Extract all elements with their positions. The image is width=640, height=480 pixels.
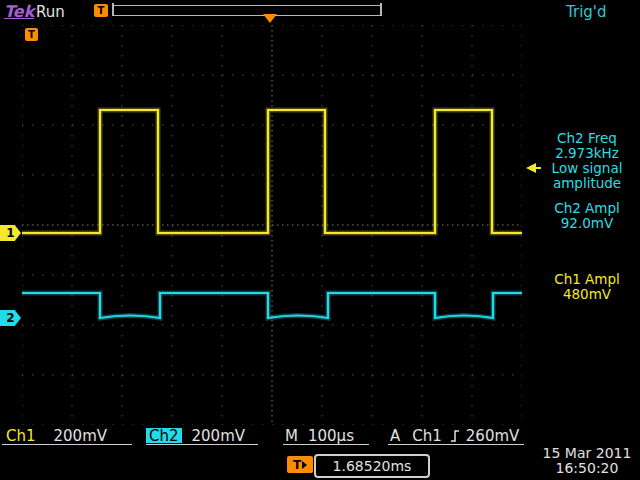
- acquisition-status: Run: [36, 3, 65, 21]
- delay-time-readout: 1.68520ms: [314, 454, 430, 478]
- timebase-value: 100µs: [308, 427, 354, 445]
- record-view-bar: [112, 5, 382, 16]
- ch2-freq-value: 2.973kHz: [534, 146, 640, 161]
- ch1-ampl-value: 480mV: [534, 287, 640, 302]
- ch2-ampl-label: Ch2 Ampl: [534, 201, 640, 216]
- date-value: 15 Mar 2011: [534, 446, 640, 461]
- ch1-readout-label: Ch1: [6, 427, 36, 445]
- time-value: 16:50:20: [534, 461, 640, 476]
- ch2-freq-label: Ch2 Freq: [534, 131, 640, 146]
- low-signal-warning-line1: Low signal: [534, 161, 640, 176]
- tek-logo: Tek: [4, 2, 34, 21]
- graticule-grid: [22, 25, 522, 425]
- trigger-t-marker: T: [25, 28, 38, 41]
- ch1-readout: Ch1 200mV: [2, 427, 132, 445]
- trigger-readout: A Ch1 260mV: [388, 427, 524, 445]
- trigger-mode-label: A: [390, 427, 400, 445]
- ch1-scale: 200mV: [54, 427, 108, 445]
- trigger-source: Ch1: [412, 427, 442, 445]
- record-bar-left-tick: [112, 3, 114, 16]
- ch1-ground-marker: 1: [0, 225, 21, 241]
- low-signal-warning-line2: amplitude: [534, 176, 640, 191]
- trigger-position-icon: [263, 14, 277, 23]
- ch2-readout: Ch2 200mV: [146, 427, 258, 445]
- ch2-readout-label: Ch2: [146, 428, 182, 443]
- delay-t-icon: T: [287, 456, 313, 473]
- trigger-t-icon: T: [94, 4, 108, 17]
- datetime-readout: 15 Mar 2011 16:50:20: [534, 446, 640, 476]
- ch2-ampl-value: 92.0mV: [534, 216, 640, 231]
- trigger-level-value: 260mV: [466, 427, 520, 445]
- measurement-ch1-ampl: Ch1 Ampl 480mV: [534, 272, 640, 302]
- measurement-ch2-ampl: Ch2 Ampl 92.0mV: [534, 201, 640, 231]
- trigger-status: Trig'd: [566, 3, 606, 21]
- delay-arrow-icon: [302, 461, 307, 469]
- timebase-readout: M 100µs: [283, 427, 369, 445]
- record-bar-right-tick: [380, 3, 382, 16]
- waveform-display: [22, 25, 522, 425]
- timebase-label: M: [285, 427, 298, 445]
- delay-t-label: T: [293, 458, 301, 472]
- ch2-scale: 200mV: [192, 427, 246, 445]
- ch2-ground-marker: 2: [0, 310, 21, 326]
- ch1-ampl-label: Ch1 Ampl: [534, 272, 640, 287]
- rising-edge-icon: [450, 429, 460, 443]
- oscilloscope-screen: Tek Run T Trig'd T 1 2 Ch2 Freq 2.973kHz…: [0, 0, 640, 480]
- measurement-ch2-freq: Ch2 Freq 2.973kHz Low signal amplitude: [534, 131, 640, 191]
